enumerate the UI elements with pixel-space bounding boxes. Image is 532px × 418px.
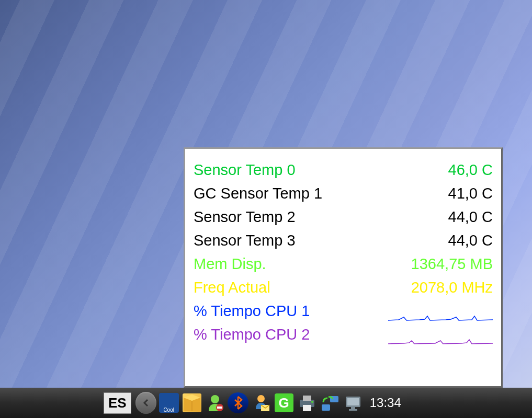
sensor-row-temp2: Sensor Temp 2 44,0 C: [194, 205, 493, 229]
tray-monitor-icon[interactable]: [343, 392, 364, 413]
sensor-row-temp0: Sensor Temp 0 46,0 C: [194, 158, 493, 182]
tray-user-mail-icon[interactable]: [251, 392, 271, 413]
system-tray: Cool: [135, 392, 364, 413]
svg-rect-13: [347, 398, 359, 405]
sensor-value: 44,0 C: [388, 229, 493, 252]
svg-point-1: [211, 395, 219, 403]
svg-point-9: [311, 401, 313, 403]
sensor-label: Sensor Temp 2: [194, 205, 296, 229]
desktop-wallpaper[interactable]: Sensor Temp 0 46,0 C GC Sensor Temp 1 41…: [0, 0, 532, 388]
sensor-row-freq: Freq Actual 2078,0 MHz: [194, 276, 493, 299]
tray-printer-icon[interactable]: [297, 392, 318, 413]
svg-rect-15: [349, 409, 357, 411]
sensor-label: Mem Disp.: [194, 252, 266, 276]
sensor-row-temp3: Sensor Temp 3 44,0 C: [194, 229, 493, 252]
tray-nav-back-icon[interactable]: [135, 392, 156, 413]
svg-rect-3: [217, 407, 222, 409]
sensor-label: GC Sensor Temp 1: [194, 182, 322, 205]
svg-rect-14: [351, 407, 355, 409]
sensor-label: Freq Actual: [194, 276, 270, 299]
sensor-value: 1364,75 MB: [388, 252, 493, 276]
sensor-row-temp1: GC Sensor Temp 1 41,0 C: [194, 182, 493, 205]
sensor-value: 44,0 C: [388, 205, 493, 229]
tray-messenger-icon[interactable]: [205, 392, 225, 413]
sparkline-cpu2: [388, 329, 493, 340]
sensor-label: % Tiempo CPU 2: [194, 323, 310, 346]
sensor-value: 46,0 C: [388, 158, 493, 182]
sensor-label: Sensor Temp 3: [194, 229, 296, 252]
taskbar-clock[interactable]: 13:34: [370, 396, 401, 410]
sparkline-cpu1: [388, 306, 493, 316]
tray-bluetooth-icon[interactable]: [228, 392, 248, 413]
svg-point-4: [257, 395, 265, 402]
sensor-label: % Tiempo CPU 1: [194, 299, 310, 323]
tray-network-icon[interactable]: [320, 392, 341, 413]
sensor-row-cpu2: % Tiempo CPU 2: [194, 323, 493, 346]
svg-rect-10: [322, 404, 330, 411]
sensor-label: Sensor Temp 0: [194, 158, 296, 182]
tray-g-app-icon[interactable]: G: [274, 392, 295, 413]
svg-rect-7: [303, 396, 311, 401]
sensor-tooltip-panel: Sensor Temp 0 46,0 C GC Sensor Temp 1 41…: [184, 147, 503, 388]
tray-cool-app-icon[interactable]: Cool: [159, 392, 179, 413]
taskbar[interactable]: ES Cool: [0, 388, 532, 418]
sensor-value: 41,0 C: [388, 182, 493, 205]
sensor-value: 2078,0 MHz: [388, 276, 493, 299]
language-indicator[interactable]: ES: [104, 392, 131, 414]
sensor-row-cpu1: % Tiempo CPU 1: [194, 299, 493, 323]
svg-rect-8: [303, 405, 311, 411]
sensor-row-mem: Mem Disp. 1364,75 MB: [194, 252, 493, 276]
tray-package-icon[interactable]: [182, 392, 202, 413]
